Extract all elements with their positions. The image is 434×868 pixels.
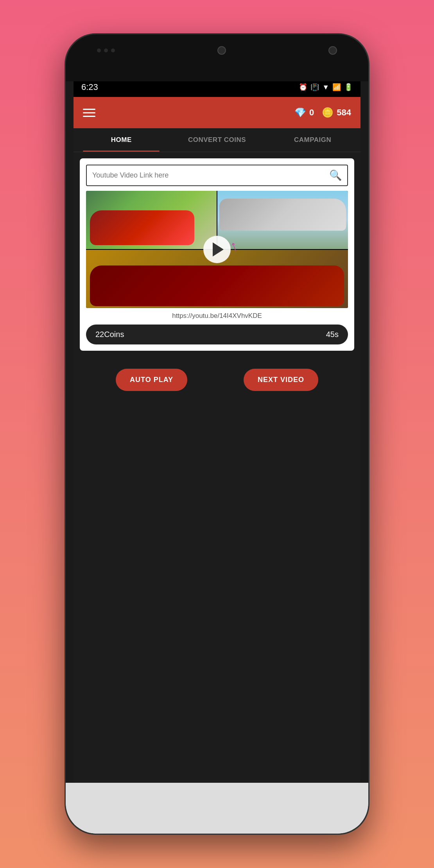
accessibility-icon: ♿ <box>306 802 320 815</box>
header-balances: 💎 0 🪙 584 <box>294 107 351 118</box>
diamond-count: 0 <box>309 108 314 118</box>
video-stats-bar: 22Coins 45s <box>86 325 348 344</box>
next-video-button[interactable]: NEXT VIDEO <box>244 369 318 391</box>
video-cell-top-right <box>217 191 348 249</box>
speaker-dot <box>104 48 108 52</box>
diamond-icon: 💎 <box>294 107 306 118</box>
tab-home[interactable]: HOME <box>74 128 169 152</box>
action-buttons: AUTO PLAY NEXT VIDEO <box>80 357 354 403</box>
volume-button[interactable] <box>65 171 66 199</box>
back-icon <box>245 803 253 814</box>
recent-apps-icon <box>116 803 127 814</box>
home-nav-icon <box>179 803 190 814</box>
search-card: 🔍 <box>80 158 354 351</box>
coin-balance: 🪙 584 <box>322 107 351 118</box>
time-display: 6:23 <box>81 82 98 92</box>
status-icons: ⏰ 📳 ▼ 📶 🔋 <box>299 83 353 91</box>
main-content: 🔍 <box>74 152 360 783</box>
nav-accessibility[interactable]: ♿ <box>303 798 323 818</box>
tab-bar: HOME CONVERT COINS CAMPAIGN <box>74 128 360 152</box>
sensor <box>328 46 337 55</box>
hamburger-line <box>83 112 95 113</box>
hamburger-menu[interactable] <box>83 109 95 117</box>
auto-play-button[interactable]: AUTO PLAY <box>116 369 187 391</box>
tab-campaign[interactable]: CAMPAIGN <box>265 128 360 152</box>
battery-icon: 🔋 <box>344 83 353 91</box>
nav-home[interactable] <box>175 798 195 818</box>
nav-recent-apps[interactable] <box>111 798 131 818</box>
video-url: https://youtu.be/14I4XVhvKDE <box>86 312 348 320</box>
search-button[interactable]: 🔍 <box>329 169 342 181</box>
play-icon <box>213 242 224 256</box>
status-bar: 6:23 ⏰ 📳 ▼ 📶 🔋 <box>74 77 360 97</box>
alarm-icon: ⏰ <box>299 83 307 91</box>
video-cell-top-left <box>86 191 217 249</box>
hamburger-line <box>83 116 95 117</box>
power-button[interactable] <box>368 144 369 183</box>
video-duration: 45s <box>326 330 339 339</box>
coins-earned: 22Coins <box>95 330 124 339</box>
search-icon: 🔍 <box>329 169 342 181</box>
car-dark-red <box>90 265 344 306</box>
app-header: 💎 0 🪙 584 <box>74 97 360 128</box>
coin-count: 584 <box>337 108 351 118</box>
car-silver <box>219 199 346 231</box>
vibrate-icon: 📳 <box>310 83 319 91</box>
wifi-icon: ▼ <box>322 83 329 91</box>
coin-icon: 🪙 <box>322 107 334 118</box>
diamond-balance: 💎 0 <box>294 107 314 118</box>
play-button[interactable] <box>203 236 231 263</box>
bottom-nav: ♿ <box>66 783 368 834</box>
nav-back[interactable] <box>239 798 259 818</box>
front-camera <box>217 46 226 55</box>
signal-icon: 📶 <box>332 83 341 91</box>
speaker-dot <box>97 48 101 52</box>
search-bar: 🔍 <box>86 165 348 186</box>
video-thumbnail[interactable]: ↑ <box>86 191 348 308</box>
search-input[interactable] <box>92 171 329 179</box>
speaker-dot <box>111 48 115 52</box>
car-red <box>90 210 194 245</box>
tab-convert-coins[interactable]: CONVERT COINS <box>169 128 265 152</box>
hamburger-line <box>83 109 95 110</box>
